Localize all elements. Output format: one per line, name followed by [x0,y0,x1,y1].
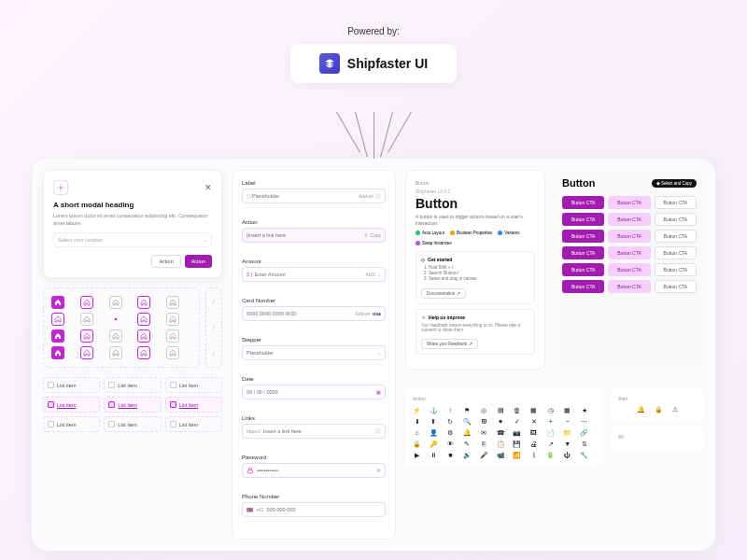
arrow-icon[interactable]: ↑ [446,406,455,414]
mic-icon[interactable]: 🎤 [480,451,488,459]
home-icon[interactable] [137,329,150,343]
download-icon[interactable]: ⬇ [413,417,421,426]
close-icon[interactable]: ✕ [529,417,538,426]
password-input[interactable]: 👁 [242,463,386,478]
play-icon[interactable]: ▶ [413,451,421,459]
button-cta-outline[interactable]: Button CTA [655,213,697,226]
wifi-icon[interactable]: 📶 [513,451,521,459]
copy-icon[interactable]: ⎘ [480,440,488,448]
button-cta-light[interactable]: Button CTA [608,263,650,276]
stepper-input[interactable]: ⌄ [242,345,386,360]
home-icon[interactable] [109,346,122,359]
button-cta-primary[interactable]: Button CTA [562,246,604,259]
flag-icon[interactable]: ⚑ [463,406,472,414]
flag-icon[interactable]: 🇬🇧 [247,507,253,512]
calendar-icon[interactable]: ▦ [376,389,381,395]
action-input[interactable]: | ⎘ Copy [242,228,386,243]
home-icon[interactable] [51,329,64,343]
home-icon[interactable] [166,313,179,326]
search-icon[interactable]: 🔍 [463,417,472,426]
lock-icon[interactable]: 🔒 [413,440,421,448]
filter-icon[interactable]: ▼ [563,440,571,448]
home-icon[interactable] [137,346,150,359]
feedback-link[interactable]: Share your Feedback ↗ [421,339,478,349]
documentation-link[interactable]: Documentation ↗ [421,288,466,299]
button-cta-primary[interactable]: Button CTA [562,263,604,276]
button-cta-primary[interactable]: Button CTA [562,280,604,293]
print-icon[interactable]: 🖨 [529,440,538,448]
upload-icon[interactable]: ⬆ [430,417,438,426]
star-icon[interactable]: ★ [580,406,588,414]
home-icon[interactable] [80,313,93,326]
file-icon[interactable]: 📄 [546,428,555,437]
home-icon[interactable] [51,296,64,309]
close-icon[interactable]: ✕ [204,183,212,192]
modal-action-primary[interactable]: Action [185,255,212,268]
lock-icon[interactable]: 🔒 [655,406,663,413]
bell-icon[interactable]: 🔔 [637,406,645,413]
image-icon[interactable]: 🖼 [529,428,538,437]
list-item[interactable]: List item [104,377,161,393]
wrench-icon[interactable]: 🔧 [580,451,588,459]
home-icon[interactable] [166,329,179,343]
anchor-icon[interactable]: ⚓ [430,406,438,414]
eye-icon[interactable]: 👁 [446,440,455,448]
gear-icon[interactable]: ⚙ [446,428,455,437]
location-select[interactable]: Select your location ⌄ [53,232,212,247]
bolt-icon[interactable]: ⚡ [413,406,421,414]
folder-icon[interactable]: 📁 [563,428,571,437]
button-cta-light[interactable]: Button CTA [608,280,650,293]
list-item[interactable]: List item [43,416,100,432]
card-input[interactable]: Add-on VISA [242,306,386,321]
copy-icon[interactable]: ⎘ Copy [365,232,381,238]
user-icon[interactable]: 👤 [430,428,438,437]
button-cta-primary[interactable]: Button CTA [562,230,604,243]
home-icon[interactable] [166,346,179,359]
target-icon[interactable]: ◎ [480,406,488,414]
home-icon[interactable] [137,296,150,309]
refresh-icon[interactable]: ↻ [446,417,455,426]
layers-icon[interactable]: ▤ [497,406,505,414]
button-cta-outline[interactable]: Button CTA [655,196,697,209]
home-icon[interactable] [166,296,179,309]
home-icon[interactable] [109,296,122,309]
plus-icon[interactable]: + [546,417,555,426]
eye-icon[interactable]: 👁 [376,468,381,473]
label-input[interactable]: Add-on [242,189,386,203]
list-item[interactable]: List item [165,416,222,432]
list-item[interactable]: List item [104,416,161,432]
paste-icon[interactable]: 📋 [497,440,505,448]
heart-icon[interactable]: ♥ [497,417,505,426]
bell-icon[interactable]: 🔔 [463,428,472,437]
edit-icon[interactable]: ✎ [463,440,472,448]
button-cta-primary[interactable]: Button CTA [562,213,604,226]
minus-icon[interactable]: − [563,417,571,426]
pause-icon[interactable]: ⏸ [430,451,438,459]
key-icon[interactable]: 🔑 [430,440,438,448]
battery-icon[interactable]: 🔋 [546,451,555,459]
more-icon[interactable]: ⋯ [580,417,588,426]
mail-icon[interactable]: ✉ [480,428,488,437]
trash-icon[interactable]: 🗑 [513,406,521,414]
bluetooth-icon[interactable]: ᛒ [529,451,538,459]
warning-icon[interactable]: ⚠ [672,406,678,413]
home-icon[interactable] [109,313,122,326]
button-cta-outline[interactable]: Button CTA [655,230,697,243]
link-icon[interactable]: 🔗 [580,428,588,437]
phone-input[interactable]: 🇬🇧 +61 [242,502,386,517]
stop-icon[interactable]: ■ [446,451,455,459]
list-item[interactable]: List item [43,397,100,413]
check-icon[interactable]: ✓ [513,417,521,426]
home-icon[interactable] [109,329,122,343]
home-icon[interactable]: ⌂ [413,428,421,437]
amount-input[interactable]: $ | AUD ⌄ [242,267,386,282]
links-input[interactable]: https:// [242,424,386,439]
home-icon[interactable] [80,296,93,309]
clock-icon[interactable]: ◷ [546,406,555,414]
grid-icon[interactable]: ▦ [563,406,571,414]
list-item[interactable]: List item [43,377,100,393]
button-cta-light[interactable]: Button CTA [608,246,650,259]
home-icon[interactable] [51,313,64,326]
home-icon[interactable] [80,346,93,359]
sort-icon[interactable]: ⇅ [580,440,588,448]
